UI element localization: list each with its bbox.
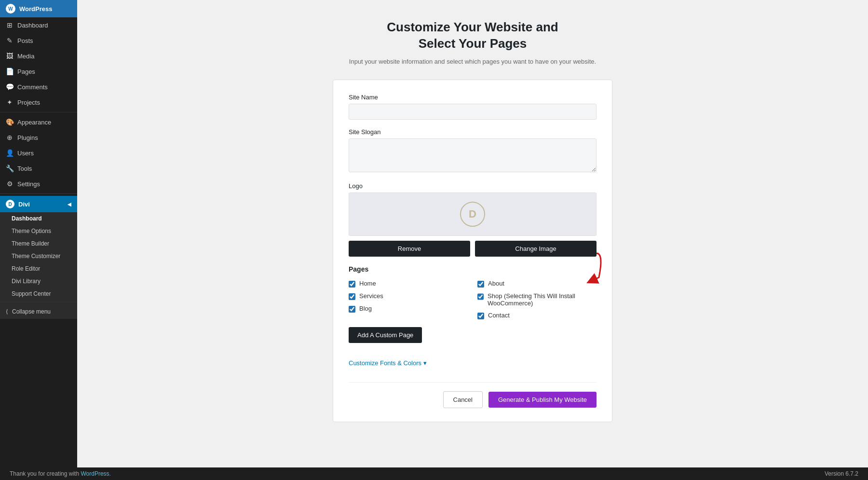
sidebar-item-plugins[interactable]: ⊕ Plugins bbox=[0, 130, 77, 145]
page-checkbox-about: About bbox=[477, 280, 597, 288]
page-checkbox-home: Home bbox=[349, 280, 468, 288]
sidebar-logo-text: WordPress bbox=[19, 5, 52, 13]
version-text: Version 6.7.2 bbox=[825, 470, 858, 477]
card-footer: Cancel Generate & Publish My Website bbox=[349, 382, 597, 408]
page-checkbox-blog: Blog bbox=[349, 305, 468, 313]
site-slogan-input[interactable] bbox=[349, 138, 597, 172]
sidebar: W WordPress ⊞ Dashboard ✎ Posts 🖼 Media … bbox=[0, 0, 77, 480]
sidebar-item-label: Settings bbox=[17, 180, 40, 188]
page-checkbox-shop: Shop (Selecting This Will Install WooCom… bbox=[477, 292, 597, 307]
sidebar-divider bbox=[0, 112, 77, 112]
appearance-icon: 🎨 bbox=[6, 118, 14, 126]
pages-section: Pages Home Services bbox=[349, 265, 597, 378]
sidebar-item-pages[interactable]: 📄 Pages bbox=[0, 64, 77, 79]
cancel-button[interactable]: Cancel bbox=[443, 391, 483, 408]
pages-left-col: Home Services Blog bbox=[349, 280, 468, 319]
collapse-icon: ⟨ bbox=[6, 308, 8, 315]
divi-submenu-item-divi-library[interactable]: Divi Library bbox=[0, 275, 77, 288]
wordpress-link[interactable]: WordPress. bbox=[81, 470, 110, 477]
add-page-wrapper: Add A Custom Page bbox=[349, 327, 597, 352]
customize-chevron-icon: ▾ bbox=[423, 359, 427, 367]
sidebar-item-media[interactable]: 🖼 Media bbox=[0, 48, 77, 64]
footer-bar: Thank you for creating with WordPress. V… bbox=[0, 467, 868, 480]
tools-icon: 🔧 bbox=[6, 165, 14, 172]
logo-label: Logo bbox=[349, 182, 597, 190]
shop-label: Shop (Selecting This Will Install WooCom… bbox=[488, 292, 597, 307]
divi-section: D Divi ◀ Dashboard Theme Options Theme B… bbox=[0, 196, 77, 319]
dashboard-icon: ⊞ bbox=[6, 21, 14, 29]
posts-icon: ✎ bbox=[6, 37, 14, 44]
wp-logo-icon: W bbox=[6, 4, 15, 14]
red-arrow-annotation bbox=[558, 251, 601, 285]
site-slogan-label: Site Slogan bbox=[349, 128, 597, 136]
sidebar-item-label: Tools bbox=[17, 165, 32, 172]
site-name-group: Site Name bbox=[349, 94, 597, 120]
divi-submenu-item-theme-customizer[interactable]: Theme Customizer bbox=[0, 250, 77, 262]
divi-divider bbox=[0, 302, 77, 302]
pages-icon: 📄 bbox=[6, 68, 14, 75]
sidebar-item-label: Comments bbox=[17, 83, 48, 91]
comments-icon: 💬 bbox=[6, 83, 14, 91]
divi-icon: D bbox=[6, 200, 14, 208]
services-label: Services bbox=[359, 292, 383, 300]
sidebar-item-label: Pages bbox=[17, 68, 35, 75]
customize-fonts-colors-link[interactable]: Customize Fonts & Colors ▾ bbox=[349, 359, 427, 367]
footer-text: Thank you for creating with WordPress. bbox=[10, 470, 111, 477]
add-custom-page-button[interactable]: Add A Custom Page bbox=[349, 327, 422, 343]
collapse-menu-button[interactable]: ⟨ Collapse menu bbox=[0, 304, 77, 319]
contact-label: Contact bbox=[488, 312, 510, 319]
home-label: Home bbox=[359, 280, 376, 287]
about-label: About bbox=[488, 280, 504, 287]
setup-card: Site Name Site Slogan Logo D Remove Chan… bbox=[333, 80, 612, 422]
customize-link-text: Customize Fonts & Colors bbox=[349, 359, 421, 367]
sidebar-item-label: Appearance bbox=[17, 119, 51, 126]
sidebar-item-label: Users bbox=[17, 150, 34, 157]
customize-link-wrapper: Customize Fonts & Colors ▾ bbox=[349, 359, 597, 378]
sidebar-item-users[interactable]: 👤 Users bbox=[0, 145, 77, 161]
sidebar-divider-2 bbox=[0, 193, 77, 194]
sidebar-item-tools[interactable]: 🔧 Tools bbox=[0, 161, 77, 176]
page-checkbox-contact: Contact bbox=[477, 312, 597, 319]
publish-button[interactable]: Generate & Publish My Website bbox=[488, 392, 597, 408]
page-checkbox-services: Services bbox=[349, 292, 468, 300]
divi-submenu-item-theme-options[interactable]: Theme Options bbox=[0, 225, 77, 237]
divi-submenu-item-support-center[interactable]: Support Center bbox=[0, 288, 77, 300]
blog-checkbox[interactable] bbox=[349, 306, 355, 313]
divi-submenu-item-theme-builder[interactable]: Theme Builder bbox=[0, 237, 77, 250]
users-icon: 👤 bbox=[6, 149, 14, 157]
divi-label: Divi bbox=[18, 201, 30, 208]
sidebar-item-label: Plugins bbox=[17, 134, 38, 141]
divi-menu-header[interactable]: D Divi ◀ bbox=[0, 196, 77, 212]
site-name-input[interactable] bbox=[349, 104, 597, 120]
sidebar-item-dashboard[interactable]: ⊞ Dashboard bbox=[0, 17, 77, 33]
pages-right-col: About bbox=[477, 280, 597, 319]
settings-icon: ⚙ bbox=[6, 180, 14, 188]
services-checkbox[interactable] bbox=[349, 293, 355, 300]
sidebar-item-appearance[interactable]: 🎨 Appearance bbox=[0, 114, 77, 130]
home-checkbox[interactable] bbox=[349, 281, 355, 288]
remove-logo-button[interactable]: Remove bbox=[349, 241, 470, 257]
divi-submenu-item-dashboard[interactable]: Dashboard bbox=[0, 212, 77, 225]
pages-grid-wrapper: Home Services Blog bbox=[349, 280, 597, 319]
divi-collapse-icon: ◀ bbox=[68, 202, 71, 207]
sidebar-item-label: Projects bbox=[17, 99, 40, 106]
sidebar-logo[interactable]: W WordPress bbox=[0, 0, 77, 17]
sidebar-item-settings[interactable]: ⚙ Settings bbox=[0, 176, 77, 192]
contact-checkbox[interactable] bbox=[477, 313, 484, 319]
shop-checkbox[interactable] bbox=[477, 293, 484, 300]
sidebar-item-posts[interactable]: ✎ Posts bbox=[0, 33, 77, 48]
divi-submenu-item-role-editor[interactable]: Role Editor bbox=[0, 262, 77, 275]
site-slogan-group: Site Slogan bbox=[349, 128, 597, 174]
sidebar-item-projects[interactable]: ✦ Projects bbox=[0, 95, 77, 110]
page-subtitle: Input your website information and selec… bbox=[349, 58, 596, 65]
plugins-icon: ⊕ bbox=[6, 134, 14, 141]
sidebar-item-label: Media bbox=[17, 53, 34, 60]
page-title: Customize Your Website and Select Your P… bbox=[387, 19, 558, 52]
sidebar-item-label: Posts bbox=[17, 37, 33, 44]
logo-placeholder-icon: D bbox=[460, 202, 485, 227]
about-checkbox[interactable] bbox=[477, 281, 484, 288]
site-name-label: Site Name bbox=[349, 94, 597, 101]
sidebar-item-label: Dashboard bbox=[17, 22, 48, 29]
main-content: Customize Your Website and Select Your P… bbox=[77, 0, 868, 480]
sidebar-item-comments[interactable]: 💬 Comments bbox=[0, 79, 77, 95]
